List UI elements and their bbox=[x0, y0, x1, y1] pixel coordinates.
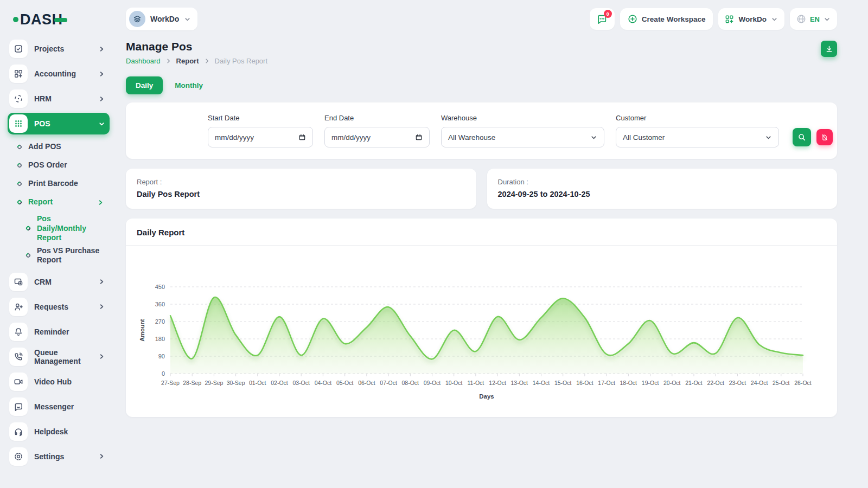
search-icon bbox=[797, 133, 806, 142]
sidebar-item-projects[interactable]: Projects bbox=[8, 38, 110, 60]
filter-card: Start Date mm/dd/yyyy End Date mm/dd/yyy… bbox=[126, 102, 837, 159]
create-workspace-label: Create Workspace bbox=[642, 15, 706, 23]
sidebar-item-accounting[interactable]: Accounting bbox=[8, 63, 110, 85]
tab-daily[interactable]: Daily bbox=[126, 76, 163, 94]
filter-actions bbox=[793, 128, 833, 147]
chevron-right-icon bbox=[165, 58, 171, 64]
end-date-input[interactable]: mm/dd/yyyy bbox=[324, 127, 430, 147]
breadcrumb-report[interactable]: Report bbox=[176, 57, 199, 65]
workspace-selector[interactable]: WorkDo bbox=[126, 8, 197, 30]
sidebar-item-report[interactable]: Report bbox=[17, 193, 110, 211]
grid-plus-icon bbox=[725, 15, 734, 24]
breadcrumb: Dashboard Report Daily Pos Report bbox=[126, 57, 837, 65]
svg-text:18-Oct: 18-Oct bbox=[620, 380, 637, 386]
svg-text:25-Oct: 25-Oct bbox=[773, 380, 790, 386]
daily-report-card: Daily Report 090180270360450Amount27-Sep… bbox=[126, 219, 837, 417]
sidebar-item-pos-order[interactable]: POS Order bbox=[17, 156, 110, 175]
warehouse-select[interactable]: All Warehouse bbox=[441, 127, 604, 147]
sidebar-item-hrm[interactable]: HRM bbox=[8, 88, 110, 110]
sidebar-item-queue-management[interactable]: Queue Management bbox=[8, 346, 110, 368]
svg-text:15-Oct: 15-Oct bbox=[554, 380, 572, 386]
circle-plus-icon bbox=[628, 14, 637, 24]
workspace-dropdown[interactable]: WorkDo bbox=[718, 8, 784, 30]
sidebar-item-requests[interactable]: Requests bbox=[8, 296, 110, 318]
messages-badge: 0 bbox=[604, 10, 612, 18]
search-button[interactable] bbox=[793, 128, 811, 146]
svg-text:180: 180 bbox=[155, 336, 165, 342]
video-camera-icon bbox=[14, 377, 23, 387]
main-content: WorkDo 0 Create Workspace WorkDo bbox=[115, 0, 868, 417]
svg-text:16-Oct: 16-Oct bbox=[576, 380, 593, 386]
sidebar-item-messenger[interactable]: Messenger bbox=[8, 396, 110, 418]
sidebar-item-helpdesk[interactable]: Helpdesk bbox=[8, 421, 110, 442]
svg-text:13-Oct: 13-Oct bbox=[511, 380, 528, 386]
customer-label: Customer bbox=[616, 114, 779, 122]
layers-icon bbox=[133, 15, 142, 23]
calendar-icon bbox=[298, 133, 306, 141]
warehouse-field: Warehouse All Warehouse bbox=[441, 114, 604, 147]
bullet-icon bbox=[25, 252, 31, 258]
svg-text:90: 90 bbox=[158, 353, 165, 359]
logo-dash-icon bbox=[54, 18, 67, 22]
app-logo[interactable]: DASH bbox=[13, 10, 110, 29]
svg-text:01-Oct: 01-Oct bbox=[249, 380, 266, 386]
topbar: WorkDo 0 Create Workspace WorkDo bbox=[126, 7, 837, 31]
start-date-input[interactable]: mm/dd/yyyy bbox=[208, 127, 313, 147]
sidebar-item-pos-vs-purchase-report[interactable]: Pos VS Purchase Report bbox=[26, 245, 110, 267]
sidebar-item-video-hub[interactable]: Video Hub bbox=[8, 371, 110, 393]
svg-text:24-Oct: 24-Oct bbox=[751, 380, 768, 386]
chevron-down-icon bbox=[824, 16, 831, 23]
workspace-dropdown-label: WorkDo bbox=[738, 15, 767, 23]
end-date-field: End Date mm/dd/yyyy bbox=[324, 114, 430, 147]
calendar-icon bbox=[415, 133, 423, 141]
create-workspace-button[interactable]: Create Workspace bbox=[620, 8, 713, 30]
sidebar-item-add-pos[interactable]: Add POS bbox=[17, 138, 110, 156]
download-report-button[interactable] bbox=[821, 41, 837, 57]
svg-text:04-Oct: 04-Oct bbox=[315, 380, 332, 386]
svg-text:Amount: Amount bbox=[139, 319, 145, 342]
svg-text:03-Oct: 03-Oct bbox=[292, 380, 310, 386]
chevron-down-icon bbox=[98, 120, 105, 127]
start-date-field: Start Date mm/dd/yyyy bbox=[208, 114, 313, 147]
svg-text:360: 360 bbox=[155, 301, 165, 307]
svg-text:08-Oct: 08-Oct bbox=[402, 380, 419, 386]
svg-text:30-Sep: 30-Sep bbox=[227, 380, 245, 386]
svg-text:26-Oct: 26-Oct bbox=[794, 380, 812, 386]
report-label: Report : bbox=[137, 178, 465, 186]
svg-text:12-Oct: 12-Oct bbox=[489, 380, 506, 386]
tab-monthly[interactable]: Monthly bbox=[168, 76, 209, 94]
customer-select[interactable]: All Customer bbox=[616, 127, 779, 147]
svg-text:11-Oct: 11-Oct bbox=[468, 380, 484, 386]
svg-text:09-Oct: 09-Oct bbox=[424, 380, 441, 386]
file-off-icon bbox=[821, 133, 828, 141]
reset-filter-button[interactable] bbox=[816, 129, 833, 145]
breadcrumb-dashboard[interactable]: Dashboard bbox=[126, 57, 161, 65]
sidebar-item-print-barcode[interactable]: Print Barcode bbox=[17, 175, 110, 193]
sidebar-item-pos-daily-monthly-report[interactable]: Pos Daily/Monthly Report bbox=[26, 213, 110, 245]
area-series bbox=[170, 297, 803, 374]
language-selector[interactable]: EN bbox=[790, 8, 837, 30]
chevron-right-icon bbox=[98, 70, 105, 78]
dots-grid-icon bbox=[14, 119, 23, 129]
svg-text:0: 0 bbox=[162, 370, 165, 377]
sidebar-item-pos[interactable]: POS bbox=[8, 113, 110, 134]
page-header: Manage Pos Dashboard Report Daily Pos Re… bbox=[126, 40, 837, 65]
report-period-tabs: Daily Monthly bbox=[126, 76, 837, 94]
chevron-down-icon bbox=[184, 16, 191, 23]
chart-title: Daily Report bbox=[137, 228, 826, 237]
sidebar-item-crm[interactable]: CRM bbox=[8, 271, 110, 293]
svg-text:05-Oct: 05-Oct bbox=[336, 380, 354, 386]
checkbox-icon bbox=[14, 44, 23, 54]
messages-button[interactable]: 0 bbox=[590, 8, 615, 30]
sidebar-submenu: Add POSPOS OrderPrint BarcodeReportPos D… bbox=[17, 138, 110, 267]
sidebar-item-reminder[interactable]: Reminder bbox=[8, 321, 110, 343]
svg-text:23-Oct: 23-Oct bbox=[729, 380, 746, 386]
sidebar: DASH ProjectsAccountingHRMPOSAdd POSPOS … bbox=[0, 0, 115, 488]
customer-field: Customer All Customer bbox=[616, 114, 779, 147]
duration-value: 2024-09-25 to 2024-10-25 bbox=[498, 190, 827, 198]
svg-text:20-Oct: 20-Oct bbox=[663, 380, 681, 386]
sidebar-item-settings[interactable]: Settings bbox=[8, 446, 110, 467]
grid-plus-icon bbox=[14, 69, 23, 79]
bullet-icon bbox=[25, 226, 31, 232]
svg-text:28-Sep: 28-Sep bbox=[183, 380, 201, 386]
